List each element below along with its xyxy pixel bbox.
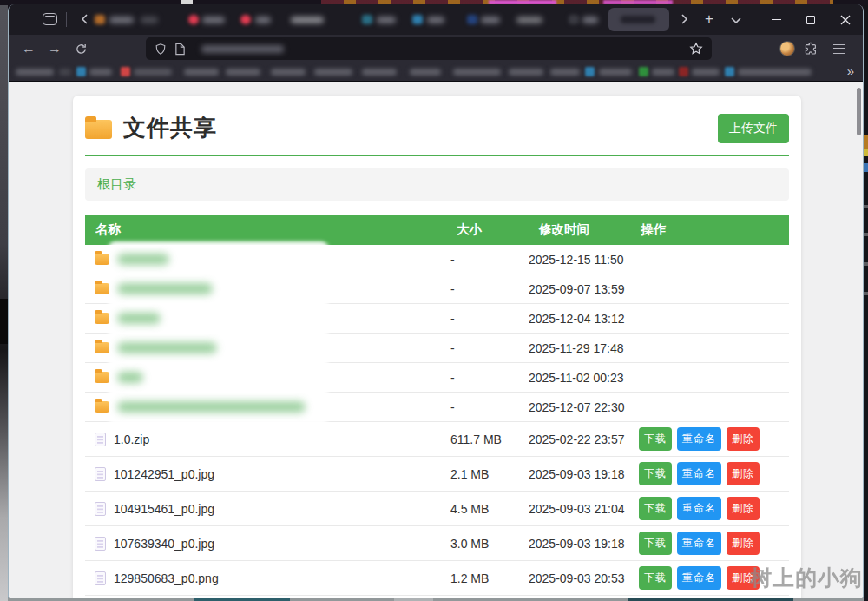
blurred-folder-name-link[interactable]: [117, 283, 213, 294]
active-tab[interactable]: [608, 8, 669, 31]
blurred-tab-favicon[interactable]: [188, 15, 199, 24]
rename-button[interactable]: 重命名: [677, 427, 721, 451]
bookmark-favicon[interactable]: [585, 67, 595, 76]
bookmark-star-icon[interactable]: [689, 42, 703, 56]
file-icon: [95, 571, 106, 585]
list-all-tabs-icon[interactable]: [729, 14, 743, 28]
blurred-folder-name-link[interactable]: [117, 254, 169, 265]
delete-button[interactable]: 删除: [727, 427, 760, 451]
blurred-tab-favicon[interactable]: [569, 15, 579, 24]
blurred-bookmark[interactable]: [410, 69, 441, 76]
header-name: 名称: [85, 221, 450, 238]
bookmark-favicon[interactable]: [679, 67, 688, 76]
tab-bar: +: [9, 4, 863, 35]
modified-cell: 2025-09-03 19:18: [529, 537, 639, 551]
navigation-bar: ← →: [9, 35, 863, 63]
bookmark-favicon[interactable]: [639, 67, 648, 76]
blurred-bookmark[interactable]: [226, 69, 260, 76]
download-button[interactable]: 下载: [639, 427, 672, 451]
blurred-tab[interactable]: [255, 17, 271, 23]
blurred-folder-name-link[interactable]: [117, 401, 306, 413]
table-row-file: 129850683_p0.png 1.2 MB 2025-09-03 20:53…: [85, 561, 789, 596]
blurred-tab-favicon[interactable]: [467, 15, 477, 24]
screen: + ← →: [0, 0, 868, 601]
delete-button[interactable]: 删除: [727, 532, 760, 555]
blurred-bookmark[interactable]: [134, 69, 172, 76]
tracking-shield-icon[interactable]: [155, 43, 167, 56]
size-cell: -: [450, 400, 529, 414]
close-button[interactable]: [828, 4, 863, 35]
bookmark-favicon[interactable]: [76, 67, 86, 76]
reload-icon[interactable]: [68, 37, 94, 60]
blurred-tab[interactable]: [141, 17, 158, 23]
blurred-tab-favicon[interactable]: [95, 15, 105, 24]
blurred-tab[interactable]: [481, 17, 500, 23]
size-cell: -: [450, 371, 529, 385]
rename-button[interactable]: 重命名: [677, 532, 721, 555]
browser-window: + ← →: [8, 4, 864, 598]
blurred-bookmark[interactable]: [738, 69, 812, 76]
menu-hamburger-icon[interactable]: [826, 37, 851, 60]
blurred-tab[interactable]: [109, 17, 134, 23]
url-bar[interactable]: [146, 37, 712, 60]
new-tab-button[interactable]: +: [699, 9, 720, 30]
delete-button[interactable]: 删除: [727, 497, 760, 520]
download-button[interactable]: 下载: [639, 462, 672, 485]
blurred-bookmark[interactable]: [59, 69, 71, 76]
blurred-bookmark[interactable]: [550, 69, 580, 76]
modified-cell: 2025-09-03 20:53: [529, 571, 639, 585]
page-scrollbar-thumb[interactable]: [857, 88, 861, 135]
blurred-folder-name-link[interactable]: [117, 342, 217, 353]
blurred-bookmark[interactable]: [599, 69, 632, 76]
profile-avatar[interactable]: [779, 41, 795, 56]
back-icon[interactable]: ←: [16, 37, 42, 60]
blurred-bookmark[interactable]: [652, 69, 674, 76]
blurred-tab[interactable]: [291, 17, 324, 23]
blurred-tab-favicon[interactable]: [362, 15, 372, 24]
rename-button[interactable]: 重命名: [677, 566, 721, 590]
blurred-tab[interactable]: [202, 17, 225, 23]
blurred-bookmark[interactable]: [16, 69, 54, 76]
blurred-bookmark[interactable]: [453, 69, 501, 76]
blurred-folder-name-link[interactable]: [117, 313, 161, 324]
modified-cell: 2025-09-03 21:04: [529, 502, 639, 516]
blurred-bookmark[interactable]: [271, 69, 306, 76]
blurred-bookmark[interactable]: [89, 69, 112, 76]
blurred-bookmark[interactable]: [509, 69, 543, 76]
background-window-fragment: [864, 233, 868, 236]
header-size: 大小: [450, 221, 529, 238]
upload-file-button[interactable]: 上传文件: [718, 114, 789, 143]
bookmark-favicon[interactable]: [121, 67, 130, 76]
maximize-button[interactable]: [793, 4, 828, 35]
download-button[interactable]: 下载: [639, 566, 672, 590]
blurred-tab[interactable]: [427, 17, 444, 23]
delete-button[interactable]: 删除: [727, 462, 760, 485]
scroll-tabs-right-icon[interactable]: [677, 12, 691, 26]
blurred-tab[interactable]: [516, 17, 542, 23]
bookmark-favicon[interactable]: [725, 67, 734, 76]
forward-icon[interactable]: →: [42, 37, 68, 60]
scroll-tabs-left-icon[interactable]: [78, 12, 92, 26]
blurred-tab-favicon[interactable]: [412, 15, 423, 24]
blurred-bookmark[interactable]: [692, 69, 720, 76]
blurred-tab-favicon[interactable]: [240, 15, 251, 24]
bookmarks-overflow-icon[interactable]: »: [847, 63, 854, 78]
breadcrumb-root-link[interactable]: 根目录: [97, 176, 136, 191]
firefox-view-icon[interactable]: [43, 13, 57, 25]
blurred-bookmark[interactable]: [184, 69, 219, 76]
background-window-fragment: [0, 299, 8, 344]
rename-button[interactable]: 重命名: [677, 462, 721, 485]
download-button[interactable]: 下载: [639, 497, 672, 520]
blurred-folder-name-link[interactable]: [117, 372, 143, 383]
blurred-bookmark[interactable]: [362, 69, 397, 76]
blurred-tab[interactable]: [377, 17, 396, 23]
blurred-bookmark[interactable]: [314, 69, 352, 76]
minimize-button[interactable]: [759, 4, 793, 35]
rename-button[interactable]: 重命名: [677, 497, 721, 520]
download-button[interactable]: 下载: [639, 532, 672, 555]
page-info-icon[interactable]: [174, 43, 186, 56]
folder-icon: [95, 254, 109, 265]
blurred-tab[interactable]: [582, 17, 598, 23]
extensions-puzzle-icon[interactable]: [799, 37, 823, 60]
file-icon: [95, 502, 106, 516]
